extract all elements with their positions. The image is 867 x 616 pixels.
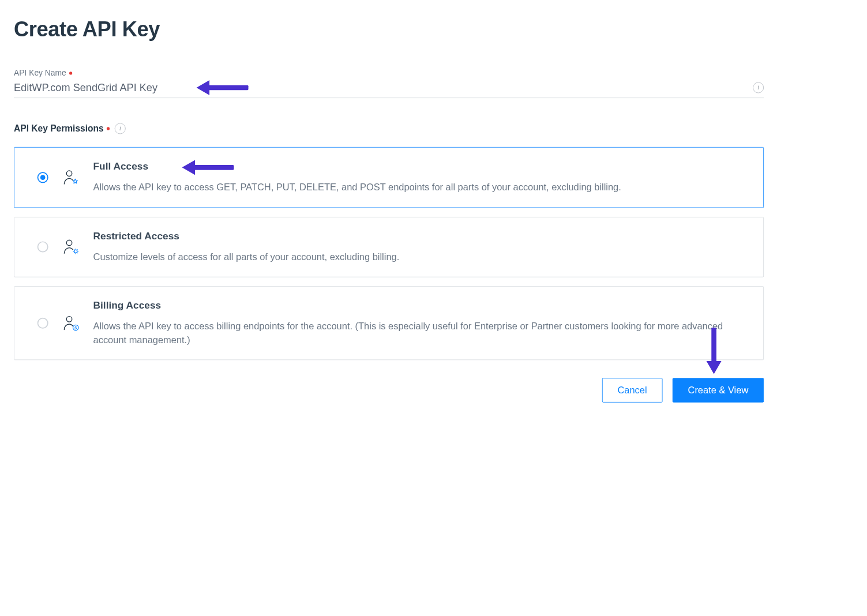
option-title: Restricted Access (93, 230, 749, 242)
required-dot-icon (107, 127, 110, 130)
svg-line-8 (77, 253, 78, 253)
radio-input[interactable] (37, 242, 48, 253)
radio-input[interactable] (37, 172, 48, 183)
svg-point-1 (66, 241, 72, 246)
svg-point-0 (66, 171, 72, 176)
api-key-name-label: API Key Name (14, 69, 66, 78)
info-icon[interactable]: i (115, 123, 126, 134)
user-gear-icon (62, 239, 79, 256)
user-star-icon (62, 169, 79, 186)
permission-option-restricted-access[interactable]: Restricted Access Customize levels of ac… (14, 217, 764, 277)
permission-option-billing-access[interactable]: $ Billing Access Allows the API key to a… (14, 286, 764, 360)
option-title: Billing Access (93, 300, 749, 311)
svg-point-2 (74, 250, 77, 253)
user-dollar-icon: $ (62, 315, 79, 332)
option-description: Customize levels of access for all parts… (93, 250, 749, 264)
svg-point-11 (66, 317, 72, 322)
option-description: Allows the API key to access billing end… (93, 320, 749, 347)
svg-text:$: $ (74, 326, 77, 330)
permissions-heading-row: API Key Permissions i (14, 123, 764, 134)
radio-input[interactable] (37, 318, 48, 329)
api-key-name-label-row: API Key Name (14, 69, 764, 78)
svg-line-10 (74, 253, 74, 253)
page-title: Create API Key (14, 17, 764, 42)
svg-line-7 (74, 250, 74, 250)
permissions-heading: API Key Permissions (14, 123, 104, 134)
svg-line-9 (77, 250, 78, 250)
cancel-button[interactable]: Cancel (602, 378, 663, 403)
api-key-name-input[interactable] (14, 82, 753, 94)
option-description: Allows the API key to access GET, PATCH,… (93, 181, 749, 194)
permission-option-full-access[interactable]: Full Access Allows the API key to access… (14, 147, 764, 208)
required-dot-icon (69, 72, 72, 74)
create-and-view-button[interactable]: Create & View (673, 378, 764, 403)
info-icon[interactable]: i (753, 82, 764, 93)
